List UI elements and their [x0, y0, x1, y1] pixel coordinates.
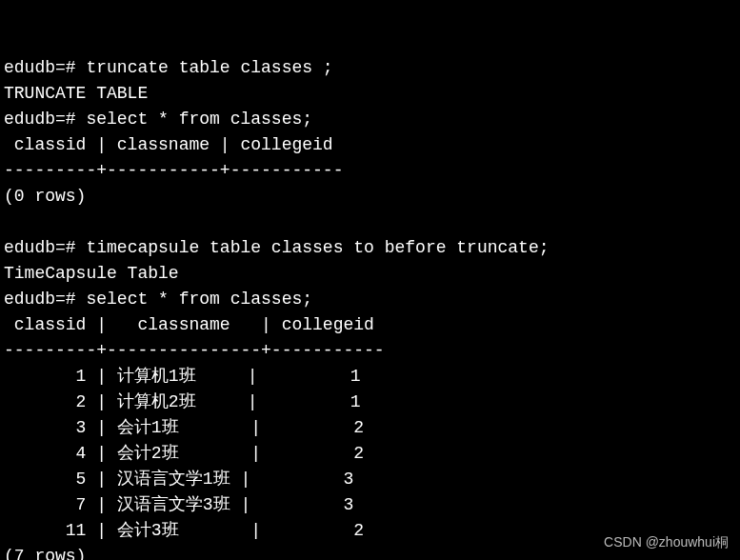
table-header: classid | classname | collegeid: [4, 315, 374, 334]
table-divider: ---------+---------------+-----------: [4, 341, 385, 360]
row-count: (0 rows): [4, 187, 86, 206]
result-line: TRUNCATE TABLE: [4, 84, 148, 103]
sql-command: timecapsule table classes to before trun…: [86, 238, 549, 257]
sql-command: select * from classes;: [86, 110, 312, 129]
result-line: TimeCapsule Table: [4, 264, 179, 283]
table-divider: ---------+-----------+-----------: [4, 161, 343, 180]
row-count: (7 rows): [4, 547, 86, 560]
prompt: edudb=#: [4, 110, 86, 129]
prompt: edudb=#: [4, 290, 86, 309]
terminal-output: edudb=# truncate table classes ; TRUNCAT…: [4, 55, 736, 560]
sql-command: select * from classes;: [86, 290, 312, 309]
sql-command: truncate table classes ;: [86, 58, 332, 77]
table-header: classid | classname | collegeid: [4, 135, 333, 154]
prompt: edudb=#: [4, 238, 86, 257]
watermark: CSDN @zhouwhui桐: [604, 532, 729, 552]
prompt: edudb=#: [4, 58, 86, 77]
table-body: 1 | 计算机1班 | 1 2 | 计算机2班 | 1 3 | 会计1班 | 2…: [4, 364, 736, 544]
